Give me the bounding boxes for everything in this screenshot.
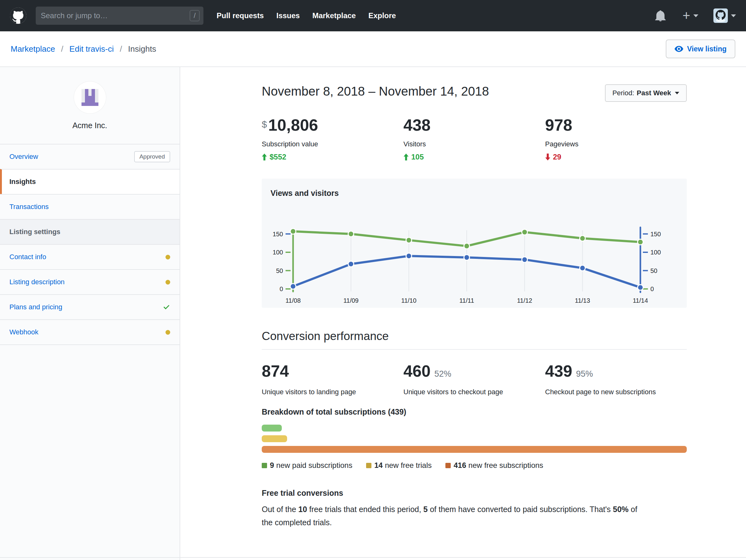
view-listing-label: View listing (687, 45, 726, 53)
github-marketplace-insights-page: / Pull requests Issues Marketplace Explo… (0, 0, 746, 560)
check-icon (163, 303, 170, 311)
github-logo-icon[interactable] (10, 7, 26, 24)
org-identicon-icon (82, 89, 98, 106)
sidebar-item-listing-description[interactable]: Listing description (0, 269, 180, 294)
conv-percent: 52% (434, 369, 451, 379)
top-header: / Pull requests Issues Marketplace Explo… (0, 0, 746, 31)
legend-item-paid: 9 new paid subscriptions (262, 461, 352, 470)
svg-text:11/14: 11/14 (633, 297, 648, 304)
conv-label: Unique visitors to landing page (262, 388, 403, 396)
org-block: Acme Inc. (0, 67, 180, 144)
stat-number: 10,806 (268, 116, 318, 134)
bar-paid-subscriptions (262, 424, 282, 432)
chart-title: Views and visitors (270, 189, 678, 198)
notifications-bell-icon[interactable] (655, 10, 666, 21)
currency-sign: $ (262, 119, 267, 129)
search-input[interactable] (41, 11, 190, 20)
conv-stat-checkout: 46052% Unique visitors to checkout page (403, 363, 545, 396)
stat-number: 438 (403, 116, 431, 134)
breakdown-heading: Breakdown of total subscriptions (439) (262, 407, 687, 416)
legend-swatch-orange (446, 463, 451, 468)
breadcrumb-separator: / (61, 44, 63, 54)
svg-text:0: 0 (280, 286, 283, 292)
stat-delta: $552 (262, 153, 403, 161)
sidebar-item-label[interactable]: Listing description (9, 278, 64, 286)
pending-dot-icon (166, 280, 170, 285)
legend-label: new paid subscriptions (276, 461, 352, 470)
svg-text:11/13: 11/13 (575, 297, 590, 304)
conv-value: 874 (262, 363, 403, 379)
legend-count: 14 (374, 461, 383, 470)
breadcrumb-marketplace[interactable]: Marketplace (11, 44, 55, 54)
stat-visitors: 438 Visitors 105 (403, 117, 545, 161)
delta-value: $552 (269, 153, 286, 161)
nav-pull-requests[interactable]: Pull requests (217, 11, 264, 20)
conv-label: Unique visitors to checkout page (403, 388, 545, 396)
conv-stat-landing: 874 Unique visitors to landing page (262, 363, 403, 396)
date-row: November 8, 2018 – November 14, 2018 Per… (262, 84, 687, 102)
sidebar-item-label: Insights (9, 178, 36, 186)
content-layout: Acme Inc. Overview Approved Insights Tra… (0, 67, 746, 560)
stat-value: $10,806 (262, 117, 403, 133)
breakdown-legend: 9 new paid subscriptions 14 new free tri… (262, 461, 687, 470)
conv-stat-subscriptions: 43995% Checkout page to new subscription… (545, 363, 687, 396)
svg-text:100: 100 (651, 249, 661, 256)
svg-text:11/08: 11/08 (286, 297, 301, 304)
period-label: Period: (612, 89, 634, 97)
arrow-up-icon (262, 153, 267, 160)
breadcrumb: Marketplace / Edit travis-ci / Insights (11, 44, 156, 54)
sidebar-item-transactions[interactable]: Transactions (0, 194, 180, 219)
sidebar-item-label[interactable]: Overview (9, 153, 38, 161)
user-menu[interactable] (713, 8, 736, 23)
breakdown-bars (262, 424, 687, 453)
global-search[interactable]: / (36, 7, 203, 25)
nav-issues[interactable]: Issues (277, 11, 300, 20)
breadcrumb-edit-listing[interactable]: Edit travis-ci (69, 44, 114, 54)
pending-dot-icon (166, 255, 170, 260)
svg-text:50: 50 (651, 267, 657, 274)
free-trial-text: Out of the 10 free trials that ended thi… (262, 503, 644, 529)
stat-label: Pageviews (545, 140, 687, 148)
user-avatar (713, 8, 728, 23)
sidebar-group-label: Listing settings (9, 228, 60, 236)
conv-value: 46052% (403, 363, 545, 379)
sidebar-item-label[interactable]: Transactions (9, 203, 49, 211)
period-value: Past Week (637, 89, 671, 97)
conversion-stats: 874 Unique visitors to landing page 4605… (262, 363, 687, 396)
legend-item-free: 416 new free subscriptions (446, 461, 543, 470)
stat-number: 978 (545, 116, 572, 134)
legend-item-trials: 14 new free trials (366, 461, 432, 470)
delta-value: 105 (411, 153, 424, 161)
conv-percent: 95% (576, 369, 593, 379)
sidebar-item-webhook[interactable]: Webhook (0, 319, 180, 345)
summary-stats: $10,806 Subscription value $552 438 Visi… (262, 117, 687, 161)
period-select[interactable]: Period: Past Week (605, 84, 687, 102)
free-trial-heading: Free trial conversions (262, 489, 687, 498)
svg-text:11/10: 11/10 (401, 297, 417, 304)
breadcrumb-bar: Marketplace / Edit travis-ci / Insights … (0, 31, 746, 67)
sidebar-item-label[interactable]: Contact info (9, 253, 46, 261)
listing-sidebar: Acme Inc. Overview Approved Insights Tra… (0, 67, 180, 560)
sidebar-item-label[interactable]: Webhook (9, 328, 38, 336)
create-new-menu[interactable]: + (682, 10, 698, 21)
svg-text:11/12: 11/12 (517, 297, 532, 304)
sidebar-item-contact-info[interactable]: Contact info (0, 244, 180, 269)
sidebar-item-plans-and-pricing[interactable]: Plans and pricing (0, 294, 180, 319)
stat-subscription-value: $10,806 Subscription value $552 (262, 117, 403, 161)
top-nav: Pull requests Issues Marketplace Explore (217, 11, 396, 20)
nav-explore[interactable]: Explore (368, 11, 396, 20)
sidebar-item-insights[interactable]: Insights (0, 169, 180, 194)
nav-marketplace[interactable]: Marketplace (312, 11, 356, 20)
approved-badge: Approved (134, 151, 170, 162)
legend-count: 416 (454, 461, 466, 470)
view-listing-button[interactable]: View listing (666, 39, 735, 58)
arrow-down-icon (545, 153, 550, 160)
legend-swatch-yellow (366, 463, 371, 468)
line-chart-svg: 00505010010015015011/0811/0911/1011/1111… (270, 200, 664, 306)
legend-label: new free subscriptions (468, 461, 543, 470)
conv-label: Checkout page to new subscriptions (545, 388, 687, 396)
conversion-heading: Conversion performance (262, 330, 687, 350)
sidebar-item-overview[interactable]: Overview Approved (0, 144, 180, 169)
conv-number: 874 (262, 362, 289, 380)
sidebar-item-label[interactable]: Plans and pricing (9, 303, 62, 311)
